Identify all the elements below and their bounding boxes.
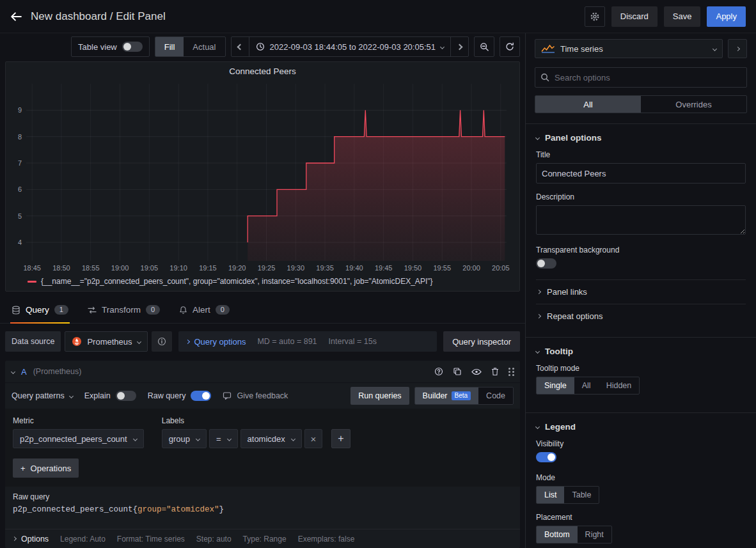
tooltip-mode-single[interactable]: Single <box>537 377 574 394</box>
tab-all[interactable]: All <box>535 96 641 113</box>
legend-visibility-switch[interactable] <box>536 452 556 462</box>
svg-text:19:55: 19:55 <box>433 264 451 272</box>
raw-query-brace-open: { <box>133 505 138 514</box>
fill-option[interactable]: Fill <box>155 37 184 56</box>
plus-icon: + <box>20 464 26 473</box>
query-options-toggle[interactable]: Query options <box>186 337 246 347</box>
label-operator-select[interactable]: = <box>209 429 238 448</box>
description-field: Description <box>536 192 746 237</box>
panel-links-section[interactable]: Panel links <box>536 279 746 304</box>
explain-switch[interactable] <box>116 391 136 401</box>
explain-toggle-group: Explain <box>84 391 136 401</box>
svg-text:18:50: 18:50 <box>52 264 70 272</box>
panel-options-header[interactable]: Panel options <box>536 130 746 150</box>
search-options-input[interactable] <box>535 67 747 88</box>
panel-options-header-label: Panel options <box>545 133 602 143</box>
zoom-out-button[interactable] <box>474 36 494 57</box>
svg-text:9: 9 <box>18 106 22 114</box>
table-view-switch[interactable] <box>122 42 143 52</box>
prom-query-builder: Metric p2p_connected_peers_count Labels … <box>5 409 520 487</box>
add-operations-button[interactable]: + Operations <box>13 458 79 478</box>
svg-text:6: 6 <box>18 185 22 193</box>
chart[interactable]: 45678918:4518:5018:5519:0019:0519:1019:1… <box>10 79 516 275</box>
actual-option[interactable]: Actual <box>184 37 224 56</box>
fill-actual-group: Fill Actual <box>155 36 226 57</box>
chevron-down-icon <box>535 136 540 140</box>
raw-query-section-label: Raw query <box>13 492 512 501</box>
remove-query-button[interactable] <box>491 367 499 376</box>
metric-label: Metric <box>13 416 144 425</box>
add-label-filter-button[interactable]: + <box>331 429 350 448</box>
time-shift-back-button[interactable] <box>232 37 249 56</box>
tab-query[interactable]: Query 1 <box>10 303 70 323</box>
metric-select[interactable]: p2p_connected_peers_count <box>13 429 144 448</box>
alert-count-badge: 0 <box>216 305 230 315</box>
query-patterns-label: Query patterns <box>12 391 65 400</box>
tooltip-header[interactable]: Tooltip <box>536 344 746 364</box>
tooltip-mode-hidden[interactable]: Hidden <box>599 377 640 394</box>
svg-text:19:20: 19:20 <box>228 264 246 272</box>
max-datapoints-summary: MD = auto = 891 <box>257 337 317 346</box>
options-toggle[interactable]: Options <box>13 535 49 544</box>
label-operator-value: = <box>216 434 221 444</box>
disable-query-button[interactable] <box>471 368 482 375</box>
discard-button[interactable]: Discard <box>611 6 658 27</box>
builder-option[interactable]: Builder Beta <box>415 388 479 404</box>
svg-text:19:25: 19:25 <box>258 264 276 272</box>
query-help-button[interactable] <box>434 367 443 376</box>
tab-overrides[interactable]: Overrides <box>641 96 746 113</box>
label-value-select[interactable]: atomicdex <box>240 429 302 448</box>
svg-text:20:00: 20:00 <box>462 264 480 272</box>
chevron-down-icon <box>535 425 540 429</box>
tab-alert[interactable]: Alert 0 <box>178 303 231 323</box>
time-shift-forward-button[interactable] <box>451 37 468 56</box>
label-value-value: atomicdex <box>248 434 285 444</box>
toggle-viz-picker-button[interactable] <box>728 39 747 58</box>
chevron-down-icon <box>196 436 200 441</box>
transparent-background-switch[interactable] <box>536 258 556 269</box>
query-row-header[interactable]: A (Prometheus) <box>5 361 520 382</box>
give-feedback-link[interactable]: Give feedback <box>223 391 288 400</box>
query-inspector-button[interactable]: Query inspector <box>443 331 520 352</box>
datasource-help-button[interactable] <box>152 331 172 352</box>
legend-placement-right[interactable]: Right <box>578 526 611 543</box>
back-button[interactable] <box>10 11 22 22</box>
label-key-select[interactable]: group <box>162 429 207 448</box>
labels-label: Labels <box>162 416 350 425</box>
tooltip-mode-all[interactable]: All <box>574 377 599 394</box>
apply-button[interactable]: Apply <box>707 6 746 27</box>
tab-query-label: Query <box>26 305 49 315</box>
duplicate-query-button[interactable] <box>453 367 462 376</box>
settings-button[interactable] <box>585 6 605 27</box>
legend-placement-bottom[interactable]: Bottom <box>537 526 578 543</box>
legend-section: Legend Visibility Mode List Table Placem… <box>526 412 756 548</box>
visualization-picker[interactable]: Time series <box>535 39 723 58</box>
tab-transform[interactable]: Transform 0 <box>86 303 161 323</box>
legend-mode-list[interactable]: List <box>537 487 564 503</box>
time-range-picker[interactable]: 2022-09-03 18:44:05 to 2022-09-03 20:05:… <box>249 37 452 56</box>
repeat-options-section[interactable]: Repeat options <box>536 304 746 328</box>
remove-label-filter-button[interactable]: × <box>304 429 322 448</box>
legend-series-label[interactable]: {__name__="p2p_connected_peers_count", g… <box>41 277 432 286</box>
drag-query-handle[interactable] <box>508 371 514 373</box>
raw-query-switch[interactable] <box>191 391 211 401</box>
title-field: Title <box>536 150 746 184</box>
legend-header[interactable]: Legend <box>536 419 746 439</box>
panel-description-input[interactable] <box>536 205 746 235</box>
svg-text:7: 7 <box>18 159 22 167</box>
tooltip-mode-field: Tooltip mode Single All Hidden <box>536 364 746 395</box>
run-queries-button[interactable]: Run queries <box>350 387 409 405</box>
datasource-picker[interactable]: Prometheus <box>65 331 147 352</box>
legend-mode-field: Mode List Table <box>536 473 746 504</box>
code-option[interactable]: Code <box>478 388 513 404</box>
panel-title-input[interactable] <box>536 163 746 184</box>
save-button[interactable]: Save <box>664 6 701 27</box>
legend-mode-table[interactable]: Table <box>564 487 599 503</box>
tab-transform-label: Transform <box>102 305 141 315</box>
query-patterns-dropdown[interactable]: Query patterns <box>12 391 73 400</box>
header-bar: New dashboard / Edit Panel Discard Save … <box>0 0 756 33</box>
query-options-bar: Query options MD = auto = 891 Interval =… <box>178 331 437 352</box>
refresh-button[interactable] <box>500 36 520 57</box>
options-scroll-area[interactable]: Panel options Title Description Transpar… <box>526 123 756 548</box>
svg-text:19:05: 19:05 <box>141 264 159 272</box>
